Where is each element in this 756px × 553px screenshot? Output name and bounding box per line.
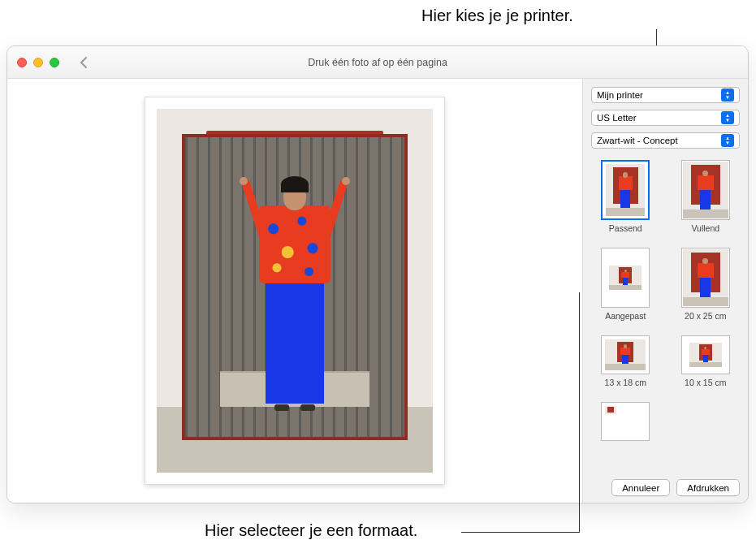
callout-printer: Hier kies je je printer. <box>421 6 573 25</box>
print-button[interactable]: Afdrukken <box>676 479 740 496</box>
format-option[interactable] <box>596 402 655 441</box>
format-thumb <box>681 335 730 374</box>
chevron-left-icon <box>80 57 88 68</box>
cancel-button[interactable]: Annuleer <box>611 479 670 496</box>
photo-preview <box>157 109 433 473</box>
format-thumb <box>681 248 730 308</box>
format-option[interactable]: Vullend <box>676 160 736 233</box>
format-grid: PassendVullendAangepast20 x 25 cm13 x 18… <box>591 157 740 474</box>
print-dialog-window: Druk één foto af op één pagina <box>6 45 749 503</box>
zoom-icon[interactable] <box>50 58 59 67</box>
format-thumb <box>601 402 650 441</box>
window-controls <box>17 58 59 67</box>
format-thumb <box>601 248 650 308</box>
paper-size-select[interactable]: US Letter ▲▼ <box>591 110 740 126</box>
format-label: Aangepast <box>605 311 646 321</box>
printer-select-value: Mijn printer <box>597 90 643 100</box>
callout-format: Hier selecteer je een formaat. <box>205 521 417 540</box>
content-area: Mijn printer ▲▼ US Letter ▲▼ Zwart-wit -… <box>7 79 748 503</box>
quality-value: Zwart-wit - Concept <box>597 136 678 145</box>
quality-select[interactable]: Zwart-wit - Concept ▲▼ <box>591 132 740 149</box>
updown-icon: ▲▼ <box>721 134 734 147</box>
back-button[interactable] <box>74 54 93 71</box>
format-thumb <box>601 160 650 220</box>
paper-size-value: US Letter <box>597 113 637 123</box>
format-option[interactable]: Aangepast <box>596 248 655 321</box>
updown-icon: ▲▼ <box>721 111 734 124</box>
format-option[interactable]: Passend <box>596 160 655 233</box>
print-sidebar: Mijn printer ▲▼ US Letter ▲▼ Zwart-wit -… <box>582 79 748 503</box>
window-title: Druk één foto af op één pagina <box>7 57 748 68</box>
updown-icon: ▲▼ <box>721 89 734 102</box>
print-preview <box>7 79 582 503</box>
printer-select[interactable]: Mijn printer ▲▼ <box>591 87 740 103</box>
callout-line <box>579 292 580 532</box>
format-label: Passend <box>609 223 642 233</box>
action-buttons: Annuleer Afdrukken <box>591 479 740 496</box>
callout-line <box>461 532 580 533</box>
format-label: Vullend <box>691 223 719 233</box>
paper-preview <box>145 97 445 485</box>
format-option[interactable]: 13 x 18 cm <box>596 335 655 387</box>
close-icon[interactable] <box>17 58 27 67</box>
format-label: 10 x 15 cm <box>685 378 726 387</box>
minimize-icon[interactable] <box>33 58 43 67</box>
format-thumb <box>601 335 650 374</box>
format-label: 13 x 18 cm <box>605 378 646 387</box>
format-thumb <box>681 160 730 220</box>
format-option[interactable]: 10 x 15 cm <box>676 335 736 387</box>
format-option[interactable]: 20 x 25 cm <box>676 248 736 321</box>
titlebar: Druk één foto af op één pagina <box>7 46 748 79</box>
format-label: 20 x 25 cm <box>685 311 726 321</box>
